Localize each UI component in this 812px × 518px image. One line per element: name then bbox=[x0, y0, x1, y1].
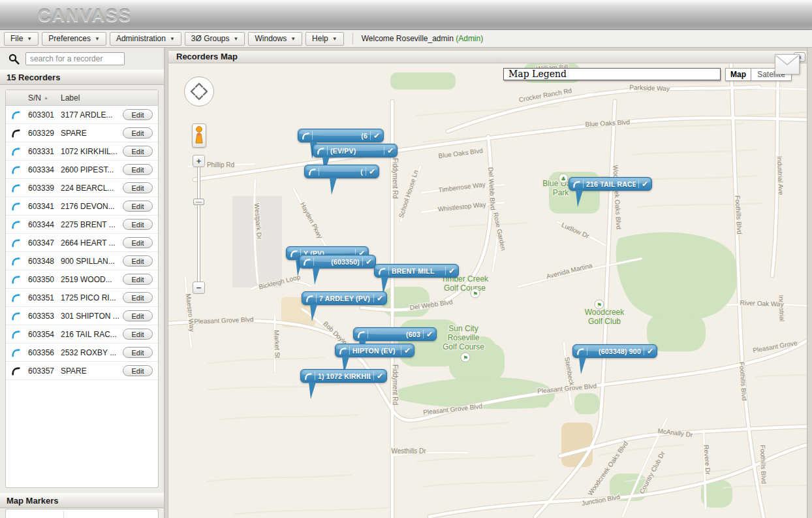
edit-button[interactable]: Edit bbox=[123, 274, 153, 285]
recorder-sn: 603350 bbox=[28, 275, 61, 284]
map-marker-bubble[interactable]: 216 TAIL RACE (EV)✔ bbox=[569, 177, 652, 191]
edit-button[interactable]: Edit bbox=[123, 255, 153, 267]
table-row: 603329SPAREEdit bbox=[6, 124, 158, 142]
svg-text:♣: ♣ bbox=[561, 176, 566, 182]
app-header: CANVASS bbox=[0, 0, 812, 30]
zoom-slider-track[interactable] bbox=[197, 167, 200, 282]
recorders-rows: 6033013177 ARDLE...Edit603329SPAREEdit60… bbox=[6, 106, 158, 380]
recorder-marker-icon bbox=[11, 330, 20, 339]
map-marker-bubble[interactable]: (6✔ bbox=[298, 129, 384, 142]
map-marker-bubble[interactable]: 1) 1072 KIRKHILL (P✔ bbox=[300, 369, 387, 383]
svg-text:⚑: ⚑ bbox=[473, 291, 478, 297]
pegman-icon bbox=[193, 124, 206, 147]
edit-button[interactable]: Edit bbox=[123, 182, 153, 193]
bubble-label: BRENT MILL bbox=[392, 267, 443, 275]
map-marker-bubble[interactable]: (603350)✔ bbox=[299, 255, 376, 268]
road-label: Steinbeck bbox=[563, 357, 576, 387]
map-marker-bubble[interactable]: 7 ARDLEY (PV)✔ bbox=[302, 291, 387, 305]
road-label: Westhills Dr bbox=[391, 447, 426, 455]
zoom-out-button[interactable]: − bbox=[193, 282, 205, 294]
recorder-label: 216 TAIL RAC... bbox=[61, 330, 123, 339]
vertical-scrollbar[interactable] bbox=[807, 48, 812, 518]
recorders-table-header: S/N▲ Label bbox=[6, 90, 158, 106]
recorder-marker-icon bbox=[378, 267, 386, 275]
edit-button[interactable]: Edit bbox=[123, 219, 153, 230]
map-marker-bubble[interactable]: (603✔ bbox=[353, 327, 437, 341]
recorders-map-panel: Recorders Map « William BillParkside Way… bbox=[168, 51, 807, 518]
edit-button[interactable]: Edit bbox=[123, 109, 153, 120]
recorder-marker-icon bbox=[317, 147, 324, 155]
map-markers-header: Map Markers bbox=[0, 493, 164, 508]
recorder-label: 1072 KIRKHIL... bbox=[61, 147, 123, 156]
menu-help[interactable]: Help▼ bbox=[305, 32, 344, 46]
bubble-label: 1) 1072 KIRKHILL (P bbox=[318, 372, 371, 380]
road-label: Parkside Way bbox=[629, 84, 670, 92]
map-markers-table-partial bbox=[5, 509, 159, 518]
edit-button[interactable]: Edit bbox=[123, 310, 153, 321]
edit-button[interactable]: Edit bbox=[123, 237, 153, 248]
bubble-divider bbox=[445, 267, 446, 275]
recorder-sn: 603347 bbox=[28, 238, 61, 248]
table-row: 6033511725 PICO RI...Edit bbox=[6, 289, 158, 307]
recorder-marker-icon bbox=[11, 202, 20, 211]
edit-button[interactable]: Edit bbox=[123, 146, 153, 157]
road-label: School House Ln bbox=[398, 169, 420, 219]
road-label: Foothills Blvd bbox=[759, 445, 768, 484]
edit-button[interactable]: Edit bbox=[123, 201, 153, 212]
bubble-divider bbox=[373, 294, 374, 302]
zoom-in-button[interactable]: + bbox=[193, 155, 205, 167]
edit-button[interactable]: Edit bbox=[123, 127, 153, 138]
area-label: Roseville bbox=[448, 333, 480, 342]
edit-button[interactable]: Edit bbox=[123, 329, 153, 340]
table-row: 6033442275 BRENT ...Edit bbox=[6, 216, 158, 234]
search-input[interactable] bbox=[25, 52, 125, 65]
area-label: Golf Club bbox=[588, 317, 621, 326]
table-row: 603357SPAREEdit bbox=[6, 362, 158, 380]
table-row: 6033472664 HEART ...Edit bbox=[6, 234, 158, 252]
edit-button[interactable]: Edit bbox=[123, 292, 153, 303]
road-label: Pleasant Grove Blvd bbox=[194, 316, 254, 325]
zoom-slider-handle[interactable] bbox=[193, 199, 204, 205]
bubble-divider bbox=[366, 167, 366, 176]
recorder-marker-icon bbox=[357, 331, 365, 338]
map-type-button-map[interactable]: Map bbox=[725, 68, 751, 81]
label-column-header[interactable]: Label bbox=[61, 93, 123, 103]
bubble-label: (603350) bbox=[317, 258, 360, 266]
menu-windows[interactable]: Windows▼ bbox=[248, 32, 302, 46]
bubble-divider bbox=[401, 346, 401, 355]
menu-preferences[interactable]: Preferences▼ bbox=[42, 32, 106, 46]
edit-button[interactable]: Edit bbox=[123, 164, 153, 175]
map-marker-bubble[interactable]: BRENT MILL✔ bbox=[374, 264, 459, 278]
map-area bbox=[574, 393, 599, 414]
map-marker-bubble[interactable]: HIPTON (EV)✔ bbox=[335, 344, 414, 357]
recorder-marker-icon bbox=[11, 275, 20, 284]
road-label: Timberrose Way bbox=[438, 181, 486, 194]
road-label: Blue Oaks Blvd bbox=[585, 118, 630, 128]
edit-button[interactable]: Edit bbox=[123, 365, 153, 376]
menu-label: Administration bbox=[116, 34, 166, 43]
column-divider bbox=[63, 511, 64, 518]
map-marker-bubble[interactable]: (✔ bbox=[304, 165, 379, 178]
bubble-label: HIPTON (EV) bbox=[352, 347, 398, 355]
map-panel-title: Recorders Map bbox=[168, 51, 807, 63]
bubble-divider bbox=[638, 180, 639, 188]
menu-file[interactable]: File▼ bbox=[4, 32, 39, 46]
sn-column-header[interactable]: S/N▲ bbox=[28, 93, 61, 103]
map-pan-control[interactable] bbox=[183, 76, 215, 107]
menu-label: 3Ø Groups bbox=[191, 34, 230, 43]
recorder-sn: 603329 bbox=[28, 129, 61, 138]
search-icon bbox=[8, 54, 20, 65]
menu-administration[interactable]: Administration▼ bbox=[110, 32, 181, 46]
pegman-control[interactable] bbox=[192, 123, 206, 148]
edit-button[interactable]: Edit bbox=[123, 347, 153, 358]
recorder-marker-icon bbox=[11, 366, 20, 376]
check-icon: ✔ bbox=[369, 167, 375, 176]
menu-3-groups[interactable]: 3Ø Groups▼ bbox=[185, 32, 245, 46]
envelope-icon bbox=[775, 54, 800, 74]
map-marker-bubble[interactable]: (603348) 900✔ bbox=[572, 344, 657, 358]
recorder-marker-icon bbox=[11, 257, 20, 266]
bubble-tail bbox=[576, 190, 583, 207]
map-marker-bubble[interactable]: (EV/PV)✔ bbox=[313, 144, 398, 157]
map-canvas[interactable]: William BillParkside WayCrocker Ranch Rd… bbox=[168, 63, 807, 518]
sort-ascending-icon: ▲ bbox=[44, 95, 48, 100]
